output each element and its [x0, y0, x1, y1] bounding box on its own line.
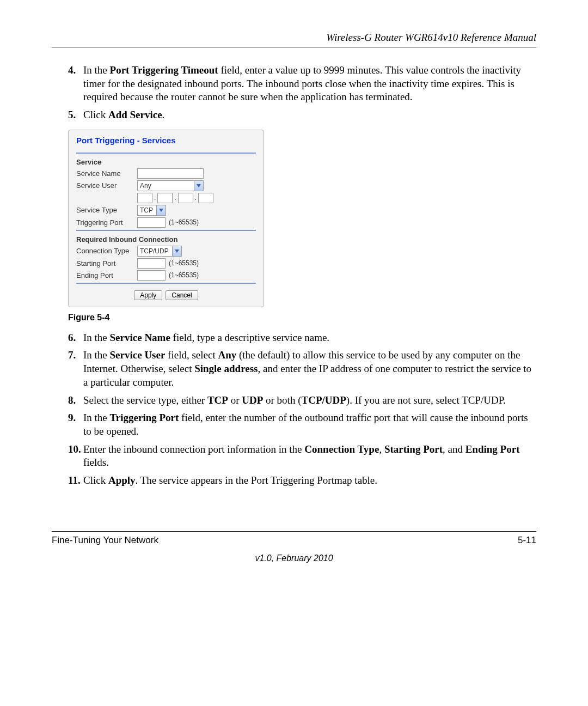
triggering-port-input[interactable] — [137, 217, 166, 228]
section-divider — [76, 283, 256, 284]
port-range-hint: (1~65535) — [169, 271, 199, 279]
starting-port-label: Starting Port — [76, 259, 137, 267]
step-7: 7. In the Service User field, select Any… — [68, 349, 536, 389]
triggering-port-label: Triggering Port — [76, 218, 137, 227]
ending-port-label: Ending Port — [76, 271, 137, 279]
step-number: 11. — [68, 474, 83, 488]
step-number: 7. — [68, 349, 83, 389]
step-4: 4. In the Port Triggering Timeout field,… — [68, 64, 536, 104]
document-header: Wireless-G Router WGR614v10 Reference Ma… — [52, 32, 536, 44]
connection-type-label: Connection Type — [76, 247, 137, 255]
inbound-section-label: Required Inbound Connection — [76, 235, 256, 244]
step-5: 5. Click Add Service. — [68, 108, 536, 122]
instruction-list-cont: 6. In the Service Name field, type a des… — [52, 331, 536, 488]
footer-line: Fine-Tuning Your Network 5-11 — [52, 535, 536, 546]
service-name-row: Service Name — [76, 168, 256, 179]
step-text: In the Service Name field, type a descri… — [83, 331, 536, 345]
ending-port-row: Ending Port (1~65535) — [76, 270, 256, 281]
step-text: Select the service type, either TCP or U… — [83, 394, 536, 407]
starting-port-row: Starting Port (1~65535) — [76, 258, 256, 269]
service-name-label: Service Name — [76, 169, 137, 178]
port-range-hint: (1~65535) — [169, 259, 199, 267]
cancel-button[interactable]: Cancel — [166, 290, 198, 300]
step-text: In the Triggering Port field, enter the … — [83, 411, 536, 438]
step-10: 10. Enter the inbound connection port in… — [68, 443, 536, 470]
port-triggering-panel: Port Triggering - Services Service Servi… — [68, 130, 264, 307]
instruction-list: 4. In the Port Triggering Timeout field,… — [52, 64, 536, 122]
footer-section: Fine-Tuning Your Network — [52, 535, 158, 546]
connection-type-row: Connection Type TCP/UDP — [76, 246, 256, 257]
ip-octet-4[interactable] — [198, 193, 213, 203]
connection-type-select[interactable]: TCP/UDP — [137, 246, 182, 257]
step-6: 6. In the Service Name field, type a des… — [68, 331, 536, 345]
ending-port-input[interactable] — [137, 270, 166, 281]
chevron-down-icon — [156, 205, 166, 215]
chevron-down-icon — [172, 246, 181, 256]
header-rule — [52, 47, 536, 47]
service-user-label: Service User — [76, 181, 137, 190]
button-row: Apply Cancel — [76, 290, 256, 300]
section-divider — [76, 230, 256, 231]
footer-rule — [52, 531, 536, 532]
apply-button[interactable]: Apply — [134, 290, 162, 300]
step-text: Enter the inbound connection port inform… — [83, 443, 536, 470]
step-number: 6. — [68, 331, 83, 345]
triggering-port-row: Triggering Port (1~65535) — [76, 217, 256, 228]
footer-version: v1.0, February 2010 — [52, 553, 536, 563]
page-number: 5-11 — [518, 535, 536, 546]
step-text: In the Service User field, select Any (t… — [83, 349, 536, 389]
step-number: 8. — [68, 394, 83, 407]
service-user-row: Service User Any — [76, 180, 256, 191]
figure-caption: Figure 5-4 — [68, 313, 536, 322]
section-divider — [76, 153, 256, 154]
figure-5-4: Port Triggering - Services Service Servi… — [68, 130, 536, 307]
step-number: 10. — [68, 443, 83, 470]
service-section-label: Service — [76, 158, 256, 166]
port-range-hint: (1~65535) — [169, 218, 199, 226]
service-user-select[interactable]: Any — [137, 180, 204, 191]
step-text: Click Apply. The service appears in the … — [83, 474, 536, 488]
ip-octet-3[interactable] — [178, 193, 193, 203]
step-11: 11. Click Apply. The service appears in … — [68, 474, 536, 488]
service-type-select[interactable]: TCP — [137, 205, 166, 216]
step-text: In the Port Triggering Timeout field, en… — [83, 64, 536, 104]
ip-octet-2[interactable] — [157, 193, 173, 203]
step-number: 4. — [68, 64, 83, 104]
ip-row: . . . — [76, 193, 256, 203]
service-type-row: Service Type TCP — [76, 205, 256, 216]
step-text: Click Add Service. — [83, 108, 536, 122]
ip-octet-1[interactable] — [137, 193, 152, 203]
step-8: 8. Select the service type, either TCP o… — [68, 394, 536, 407]
step-9: 9. In the Triggering Port field, enter t… — [68, 411, 536, 438]
service-name-input[interactable] — [137, 168, 204, 179]
step-number: 5. — [68, 108, 83, 122]
chevron-down-icon — [194, 181, 203, 191]
starting-port-input[interactable] — [137, 258, 166, 269]
step-number: 9. — [68, 411, 83, 438]
panel-title: Port Triggering - Services — [76, 136, 256, 145]
service-type-label: Service Type — [76, 206, 137, 214]
